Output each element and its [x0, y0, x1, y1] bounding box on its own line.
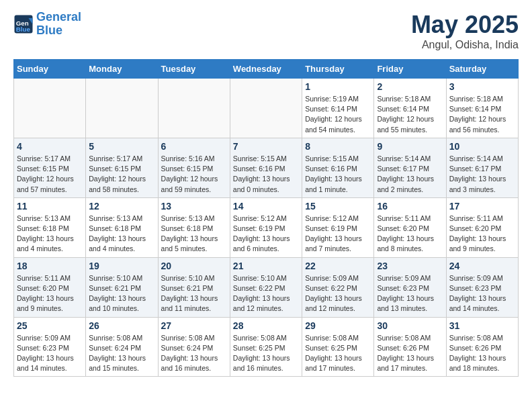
- day-info: Sunrise: 5:16 AMSunset: 6:15 PMDaylight:…: [161, 154, 227, 195]
- day-number: 12: [89, 201, 154, 212]
- table-row: 17Sunrise: 5:11 AMSunset: 6:20 PMDayligh…: [446, 197, 518, 257]
- location: Angul, Odisha, India: [411, 39, 519, 51]
- day-number: 25: [17, 320, 83, 331]
- table-row: 20Sunrise: 5:10 AMSunset: 6:21 PMDayligh…: [158, 257, 230, 317]
- day-number: 14: [233, 201, 299, 212]
- day-info: Sunrise: 5:08 AMSunset: 6:26 PMDaylight:…: [449, 333, 515, 374]
- day-number: 11: [17, 201, 83, 212]
- calendar: Sunday Monday Tuesday Wednesday Thursday…: [13, 59, 519, 377]
- table-row: 21Sunrise: 5:10 AMSunset: 6:22 PMDayligh…: [230, 257, 302, 317]
- table-row: 28Sunrise: 5:08 AMSunset: 6:25 PMDayligh…: [230, 317, 302, 377]
- day-number: 17: [449, 201, 515, 212]
- day-number: 7: [233, 141, 299, 152]
- day-number: 6: [161, 141, 227, 152]
- table-row: 24Sunrise: 5:09 AMSunset: 6:23 PMDayligh…: [446, 257, 518, 317]
- day-number: 15: [305, 201, 371, 212]
- table-row: 25Sunrise: 5:09 AMSunset: 6:23 PMDayligh…: [14, 317, 86, 377]
- table-row: 12Sunrise: 5:13 AMSunset: 6:18 PMDayligh…: [86, 197, 158, 257]
- day-info: Sunrise: 5:09 AMSunset: 6:23 PMDaylight:…: [377, 273, 443, 314]
- col-monday: Monday: [86, 60, 158, 79]
- page: Gen Blue General Blue May 2025 Angul, Od…: [0, 0, 532, 387]
- day-number: 9: [377, 141, 443, 152]
- table-row: 30Sunrise: 5:08 AMSunset: 6:26 PMDayligh…: [374, 317, 446, 377]
- table-row: 31Sunrise: 5:08 AMSunset: 6:26 PMDayligh…: [446, 317, 518, 377]
- day-number: 31: [449, 320, 515, 331]
- table-row: 8Sunrise: 5:15 AMSunset: 6:16 PMDaylight…: [302, 138, 374, 197]
- col-tuesday: Tuesday: [158, 60, 230, 79]
- calendar-week-row: 18Sunrise: 5:11 AMSunset: 6:20 PMDayligh…: [14, 257, 519, 317]
- table-row: 18Sunrise: 5:11 AMSunset: 6:20 PMDayligh…: [14, 257, 86, 317]
- day-info: Sunrise: 5:11 AMSunset: 6:20 PMDaylight:…: [377, 214, 443, 255]
- table-row: 6Sunrise: 5:16 AMSunset: 6:15 PMDaylight…: [158, 138, 230, 197]
- table-row: 4Sunrise: 5:17 AMSunset: 6:15 PMDaylight…: [14, 138, 86, 197]
- day-number: 21: [233, 261, 299, 271]
- table-row: [230, 79, 302, 138]
- table-row: 27Sunrise: 5:08 AMSunset: 6:24 PMDayligh…: [158, 317, 230, 377]
- day-number: 22: [305, 261, 371, 271]
- logo-name: General Blue: [36, 11, 81, 38]
- table-row: 3Sunrise: 5:18 AMSunset: 6:14 PMDaylight…: [446, 79, 518, 138]
- day-number: 8: [305, 141, 371, 152]
- day-number: 24: [449, 261, 515, 271]
- day-info: Sunrise: 5:12 AMSunset: 6:19 PMDaylight:…: [233, 214, 299, 255]
- day-info: Sunrise: 5:14 AMSunset: 6:17 PMDaylight:…: [377, 154, 443, 195]
- table-row: 10Sunrise: 5:14 AMSunset: 6:17 PMDayligh…: [446, 138, 518, 197]
- title-block: May 2025 Angul, Odisha, India: [411, 11, 519, 51]
- day-info: Sunrise: 5:09 AMSunset: 6:23 PMDaylight:…: [17, 333, 83, 374]
- day-info: Sunrise: 5:08 AMSunset: 6:25 PMDaylight:…: [305, 333, 371, 374]
- col-friday: Friday: [374, 60, 446, 79]
- calendar-week-row: 4Sunrise: 5:17 AMSunset: 6:15 PMDaylight…: [14, 138, 519, 197]
- table-row: [14, 79, 86, 138]
- day-info: Sunrise: 5:09 AMSunset: 6:22 PMDaylight:…: [305, 273, 371, 314]
- day-number: 29: [305, 320, 371, 331]
- table-row: 11Sunrise: 5:13 AMSunset: 6:18 PMDayligh…: [14, 197, 86, 257]
- calendar-week-row: 25Sunrise: 5:09 AMSunset: 6:23 PMDayligh…: [14, 317, 519, 377]
- table-row: 2Sunrise: 5:18 AMSunset: 6:14 PMDaylight…: [374, 79, 446, 138]
- month-title: May 2025: [411, 11, 519, 39]
- day-info: Sunrise: 5:19 AMSunset: 6:14 PMDaylight:…: [305, 94, 371, 135]
- table-row: 14Sunrise: 5:12 AMSunset: 6:19 PMDayligh…: [230, 197, 302, 257]
- day-info: Sunrise: 5:17 AMSunset: 6:15 PMDaylight:…: [17, 154, 83, 195]
- day-info: Sunrise: 5:08 AMSunset: 6:26 PMDaylight:…: [377, 333, 443, 374]
- day-info: Sunrise: 5:18 AMSunset: 6:14 PMDaylight:…: [377, 94, 443, 135]
- day-info: Sunrise: 5:08 AMSunset: 6:24 PMDaylight:…: [161, 333, 227, 374]
- col-wednesday: Wednesday: [230, 60, 302, 79]
- day-number: 23: [377, 261, 443, 271]
- day-number: 5: [89, 141, 154, 152]
- table-row: [158, 79, 230, 138]
- day-number: 18: [17, 261, 83, 271]
- table-row: 29Sunrise: 5:08 AMSunset: 6:25 PMDayligh…: [302, 317, 374, 377]
- table-row: [86, 79, 158, 138]
- day-info: Sunrise: 5:15 AMSunset: 6:16 PMDaylight:…: [233, 154, 299, 195]
- day-number: 30: [377, 320, 443, 331]
- day-number: 20: [161, 261, 227, 271]
- day-info: Sunrise: 5:14 AMSunset: 6:17 PMDaylight:…: [449, 154, 515, 195]
- day-info: Sunrise: 5:10 AMSunset: 6:22 PMDaylight:…: [233, 273, 299, 314]
- day-number: 13: [161, 201, 227, 212]
- day-info: Sunrise: 5:11 AMSunset: 6:20 PMDaylight:…: [449, 214, 515, 255]
- day-number: 16: [377, 201, 443, 212]
- day-number: 28: [233, 320, 299, 331]
- day-info: Sunrise: 5:08 AMSunset: 6:24 PMDaylight:…: [89, 333, 154, 374]
- col-saturday: Saturday: [446, 60, 518, 79]
- day-number: 1: [305, 81, 371, 92]
- day-info: Sunrise: 5:10 AMSunset: 6:21 PMDaylight:…: [89, 273, 154, 314]
- day-info: Sunrise: 5:18 AMSunset: 6:14 PMDaylight:…: [449, 94, 515, 135]
- calendar-body: 1Sunrise: 5:19 AMSunset: 6:14 PMDaylight…: [14, 79, 519, 377]
- calendar-week-row: 11Sunrise: 5:13 AMSunset: 6:18 PMDayligh…: [14, 197, 519, 257]
- day-number: 3: [449, 81, 515, 92]
- day-number: 26: [89, 320, 154, 331]
- day-info: Sunrise: 5:17 AMSunset: 6:15 PMDaylight:…: [89, 154, 154, 195]
- table-row: 7Sunrise: 5:15 AMSunset: 6:16 PMDaylight…: [230, 138, 302, 197]
- table-row: 13Sunrise: 5:13 AMSunset: 6:18 PMDayligh…: [158, 197, 230, 257]
- day-info: Sunrise: 5:15 AMSunset: 6:16 PMDaylight:…: [305, 154, 371, 195]
- day-info: Sunrise: 5:12 AMSunset: 6:19 PMDaylight:…: [305, 214, 371, 255]
- day-number: 2: [377, 81, 443, 92]
- calendar-header-row: Sunday Monday Tuesday Wednesday Thursday…: [14, 60, 519, 79]
- table-row: 9Sunrise: 5:14 AMSunset: 6:17 PMDaylight…: [374, 138, 446, 197]
- logo-icon: Gen Blue: [13, 14, 34, 34]
- table-row: 26Sunrise: 5:08 AMSunset: 6:24 PMDayligh…: [86, 317, 158, 377]
- day-number: 10: [449, 141, 515, 152]
- table-row: 16Sunrise: 5:11 AMSunset: 6:20 PMDayligh…: [374, 197, 446, 257]
- table-row: 5Sunrise: 5:17 AMSunset: 6:15 PMDaylight…: [86, 138, 158, 197]
